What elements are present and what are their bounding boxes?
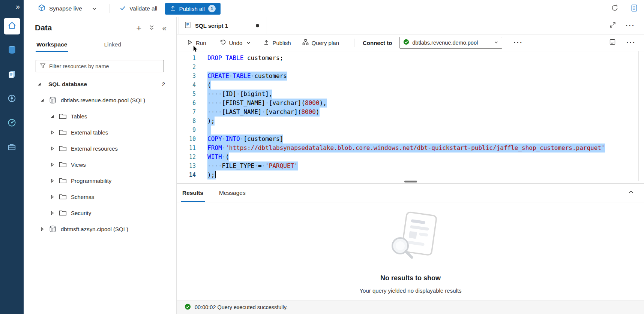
- collapse-results-icon[interactable]: [628, 189, 634, 195]
- nav-home[interactable]: [0, 18, 24, 34]
- empty-results-state: No results to show Your query yielded no…: [177, 202, 644, 294]
- tab-more-actions-icon[interactable]: ···: [626, 24, 635, 28]
- expand-editor-icon[interactable]: [609, 22, 616, 30]
- chevron-collapsed-icon[interactable]: [50, 130, 56, 135]
- undo-button[interactable]: Undo: [220, 39, 243, 46]
- tab-workspace[interactable]: Workspace: [36, 41, 68, 52]
- upload-icon: [263, 39, 269, 46]
- no-results-illustration: [377, 208, 444, 265]
- doc-tab-title: SQL script 1: [195, 22, 228, 29]
- run-button[interactable]: Run: [187, 39, 206, 46]
- code-line[interactable]: 2: [177, 63, 644, 72]
- tree-item-tables[interactable]: Tables: [24, 108, 176, 124]
- tab-sql-script-1[interactable]: SQL script 1: [179, 17, 267, 34]
- workspace-switcher[interactable]: Synapse live: [38, 4, 97, 13]
- run-label: Run: [196, 40, 206, 46]
- validate-all-button[interactable]: Validate all: [120, 5, 158, 13]
- filter-box: [36, 60, 164, 72]
- nav-monitor[interactable]: [0, 115, 24, 132]
- tree-item-dbtlabs-pool[interactable]: dbtlabs.revenue.demo.pool (SQL): [24, 92, 176, 108]
- validate-all-label: Validate all: [129, 5, 158, 12]
- add-resource-icon[interactable]: +: [136, 24, 141, 32]
- tree-item-dbtmsft-pool[interactable]: dbtmsft.azsyn.cipool (SQL): [24, 221, 176, 237]
- chevron-collapsed-icon[interactable]: [50, 211, 56, 215]
- tree-item-programmability[interactable]: Programmability: [24, 173, 176, 189]
- develop-icon: [8, 70, 17, 80]
- code-line[interactable]: 3CREATE·TABLE·customers: [177, 72, 644, 81]
- code-line[interactable]: 9: [177, 126, 644, 135]
- folder-icon: [59, 178, 67, 184]
- tab-messages[interactable]: Messages: [218, 184, 247, 202]
- nav-data[interactable]: [0, 42, 24, 59]
- synapse-studio-window: »: [0, 0, 644, 314]
- nav-integrate[interactable]: [0, 91, 24, 107]
- folder-icon: [59, 194, 67, 200]
- manage-icon: [7, 142, 17, 153]
- chevron-collapsed-icon[interactable]: [50, 163, 56, 167]
- connection-status-icon: [403, 39, 409, 46]
- validate-check-icon: [120, 5, 126, 13]
- tab-results[interactable]: Results: [181, 184, 205, 202]
- empty-results-subtitle: Your query yielded no displayable result…: [177, 287, 644, 294]
- undo-label: Undo: [229, 40, 243, 46]
- chevron-collapsed-icon[interactable]: [50, 179, 56, 183]
- horizontal-scrollbar-thumb[interactable]: [404, 181, 417, 182]
- editor-more-actions-icon[interactable]: ···: [626, 41, 636, 45]
- connection-dropdown[interactable]: dbtlabs.revenue.demo.pool: [399, 37, 502, 49]
- chevron-collapsed-icon[interactable]: [50, 195, 56, 199]
- tree-item-security[interactable]: Security: [24, 205, 176, 221]
- nav-develop[interactable]: [0, 67, 24, 83]
- clipboard-icon[interactable]: [630, 4, 638, 13]
- refresh-icon[interactable]: [611, 4, 618, 13]
- toolbar-right-actions: ···: [609, 34, 644, 51]
- sql-pool-icon: [49, 225, 57, 233]
- chevron-down-icon[interactable]: [92, 6, 97, 11]
- chevron-collapsed-icon[interactable]: [40, 227, 45, 231]
- publish-button[interactable]: Publish: [263, 39, 291, 46]
- chevron-collapsed-icon[interactable]: [50, 147, 56, 151]
- code-line[interactable]: 10COPY·INTO·[customers]: [177, 135, 644, 144]
- topbar-divider: [110, 4, 110, 13]
- tree-item-schemas[interactable]: Schemas: [24, 189, 176, 205]
- toolbar-more-actions-icon[interactable]: ···: [513, 41, 523, 45]
- publish-all-button[interactable]: Publish all 1: [165, 3, 221, 15]
- collapse-all-icon[interactable]: [149, 24, 155, 32]
- code-line[interactable]: 13····FILE_TYPE·=·'PARQUET': [177, 161, 644, 170]
- main-editor-area: SQL script 1 ··· Run: [177, 17, 644, 314]
- connect-to-label: Connect to: [363, 40, 392, 46]
- undo-dropdown-chevron-icon[interactable]: [246, 40, 251, 45]
- code-line[interactable]: 8);: [177, 117, 644, 126]
- code-line[interactable]: 5····[ID]·[bigint],: [177, 90, 644, 99]
- properties-icon[interactable]: [609, 39, 616, 47]
- home-tile: [4, 18, 20, 34]
- publish-all-label: Publish all: [179, 6, 205, 12]
- panel-tabs: Workspace Linked: [36, 41, 121, 52]
- tab-linked[interactable]: Linked: [104, 41, 121, 52]
- nav-manage[interactable]: [0, 139, 24, 156]
- query-plan-button[interactable]: Query plan: [302, 39, 339, 46]
- code-line[interactable]: 4(: [177, 81, 644, 90]
- code-line[interactable]: 7····[LAST_NAME]·[varchar](8000): [177, 108, 644, 117]
- chevron-expanded-icon[interactable]: [50, 114, 56, 118]
- sql-pool-icon: [49, 96, 57, 104]
- collapse-panel-icon[interactable]: «: [162, 24, 167, 32]
- code-line[interactable]: 1DROP TABLE customers;: [177, 54, 644, 63]
- code-editor[interactable]: 1DROP TABLE customers;23CREATE·TABLE·cus…: [177, 51, 644, 183]
- tree-item-external-tables[interactable]: External tables: [24, 124, 176, 141]
- chevron-expanded-icon[interactable]: [37, 82, 42, 86]
- code-line[interactable]: 12WITH·(: [177, 153, 644, 161]
- editor-scrollbar-track[interactable]: [638, 51, 639, 181]
- filter-input[interactable]: [49, 63, 160, 69]
- query-status-text: 00:00:02 Query executed successfully.: [195, 304, 288, 310]
- toolbar-divider: [354, 39, 354, 47]
- chevron-expanded-icon[interactable]: [40, 98, 45, 102]
- tree-item-views[interactable]: Views: [24, 157, 176, 173]
- rail-expand-icon[interactable]: »: [16, 2, 20, 11]
- code-line[interactable]: 11FROM·'https://dbtlabsynapsedatalake.bl…: [177, 144, 644, 153]
- tree-item-external-resources[interactable]: External resources: [24, 141, 176, 157]
- code-line[interactable]: 6····[FIRST_NAME]·[varchar](8000),: [177, 99, 644, 108]
- code-line[interactable]: 14);: [177, 170, 644, 179]
- top-command-bar: Synapse live Validate all Publish all 1: [24, 0, 644, 17]
- query-plan-label: Query plan: [312, 40, 339, 46]
- tree-item-sql-database[interactable]: SQL database 2: [24, 76, 176, 92]
